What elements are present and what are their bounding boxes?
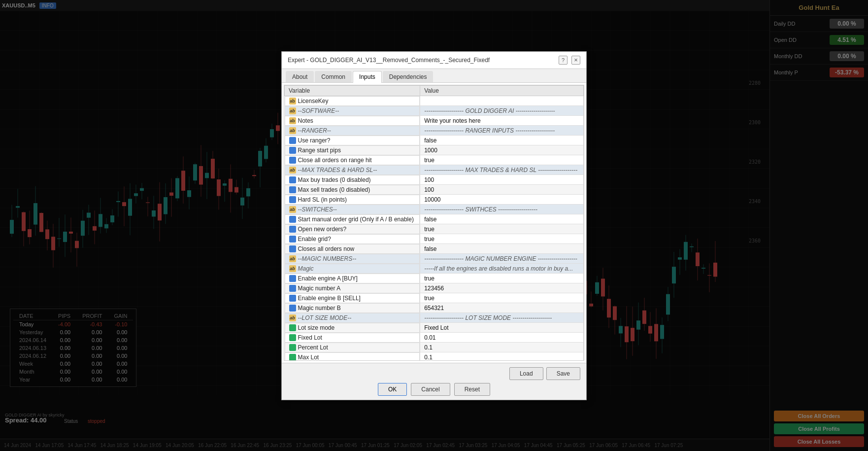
modal-footer-bottom: OK Cancel Reset (288, 383, 580, 396)
param-variable: Start manual order grid (Only if A / B e… (285, 214, 420, 224)
param-value[interactable]: Fixed Lot (420, 323, 584, 333)
modal-footer-top: Load Save (288, 367, 580, 380)
params-row[interactable]: ab --LOT SIZE MODE-- -------------------… (285, 313, 584, 323)
row-type-icon (289, 236, 296, 243)
row-type-icon (289, 295, 296, 302)
param-value[interactable]: 0.1 (420, 343, 584, 352)
ok-button[interactable]: OK (378, 383, 407, 396)
param-value[interactable]: true (420, 293, 584, 303)
params-row[interactable]: Enable grid? true (285, 234, 584, 244)
param-variable: Use ranger? (285, 136, 420, 145)
param-value[interactable]: 100 (420, 175, 584, 185)
param-value[interactable]: false (420, 244, 584, 254)
params-row[interactable]: Max buy trades (0 disabled) 100 (285, 175, 584, 185)
params-row[interactable]: ab LicenseKey (285, 96, 584, 106)
param-value[interactable]: 1000 (420, 145, 584, 155)
row-type-icon (289, 285, 296, 292)
cancel-button[interactable]: Cancel (411, 383, 450, 396)
param-variable: Closes all orders now (285, 244, 420, 254)
tab-common[interactable]: Common (315, 71, 352, 82)
modal-overlay: Expert - GOLD_DIGGER_AI_V13__Removed_Com… (0, 0, 868, 451)
params-row[interactable]: Enable engine A [BUY] true (285, 274, 584, 283)
param-variable: ab --RANGER-- (285, 126, 420, 136)
param-variable: ab --SOFTWARE-- (285, 106, 420, 116)
row-type-icon (289, 324, 296, 331)
params-row[interactable]: Enable engine B [SELL] true (285, 293, 584, 303)
param-variable: ab LicenseKey (285, 96, 420, 106)
param-value[interactable] (420, 96, 584, 106)
params-row[interactable]: ab --RANGER-- -------------------- RANGE… (285, 126, 584, 136)
param-value[interactable]: -------------------- MAX TRADES & HARD S… (420, 165, 584, 175)
param-variable: ab --MAGIC NUMBERS-- (285, 254, 420, 264)
params-row[interactable]: Max Lot 0.1 (285, 352, 584, 361)
params-row[interactable]: Max sell trades (0 disabled) 100 (285, 185, 584, 195)
param-value[interactable]: false (420, 214, 584, 224)
params-row[interactable]: ab --SOFTWARE-- -------------------- GOL… (285, 106, 584, 116)
param-variable: Fixed Lot (285, 333, 420, 343)
params-row[interactable]: Percent Lot 0.1 (285, 343, 584, 352)
tab-dependencies[interactable]: Dependencies (383, 71, 434, 82)
tab-about[interactable]: About (286, 71, 314, 82)
params-row[interactable]: ab --MAX TRADES & HARD SL-- ------------… (285, 165, 584, 175)
params-row[interactable]: Range start pips 1000 (285, 145, 584, 155)
modal-help-button[interactable]: ? (559, 56, 568, 65)
col-variable: Variable (285, 85, 420, 96)
params-row[interactable]: Closes all orders now false (285, 244, 584, 254)
param-value[interactable]: 100 (420, 185, 584, 195)
params-row[interactable]: Close all orders on range hit true (285, 155, 584, 165)
param-value[interactable]: -------------------- LOT SIZE MODE -----… (420, 313, 584, 323)
params-row[interactable]: Use ranger? false (285, 136, 584, 145)
tab-inputs[interactable]: Inputs (353, 71, 382, 83)
param-variable: Range start pips (285, 145, 420, 155)
params-row[interactable]: ab Notes Write your notes here (285, 116, 584, 126)
expert-dialog: Expert - GOLD_DIGGER_AI_V13__Removed_Com… (281, 51, 587, 400)
param-value[interactable]: 0.01 (420, 333, 584, 343)
param-variable: Max Lot (285, 352, 420, 361)
param-value[interactable]: true (420, 155, 584, 165)
params-table-wrapper[interactable]: Variable Value ab LicenseKey ab --SOFTWA… (284, 85, 584, 361)
row-type-icon: ab (289, 255, 296, 262)
params-row[interactable]: Magic number A 123456 (285, 283, 584, 293)
row-type-icon (289, 196, 296, 203)
param-value[interactable]: -------------------- RANGER INPUTS -----… (420, 126, 584, 136)
load-button[interactable]: Load (509, 367, 543, 380)
params-row[interactable]: Lot size mode Fixed Lot (285, 323, 584, 333)
param-variable: Enable engine A [BUY] (285, 274, 420, 283)
param-value[interactable]: -----If all the engines are disabled run… (420, 264, 584, 274)
param-variable: Max sell trades (0 disabled) (285, 185, 420, 195)
params-row[interactable]: Hard SL (in points) 10000 (285, 195, 584, 205)
param-value[interactable]: -------------------- GOLD DIGGER AI ----… (420, 106, 584, 116)
param-value[interactable]: 123456 (420, 283, 584, 293)
param-value[interactable]: 10000 (420, 195, 584, 205)
reset-button[interactable]: Reset (454, 383, 490, 396)
param-variable: Magic number B (285, 303, 420, 313)
row-type-icon (289, 344, 296, 351)
param-variable: ab --LOT SIZE MODE-- (285, 313, 420, 323)
modal-close-button[interactable]: × (571, 56, 580, 65)
params-row[interactable]: ab --SWITCHES-- -------------------- SWI… (285, 205, 584, 214)
params-row[interactable]: Magic number B 654321 (285, 303, 584, 313)
modal-title: Expert - GOLD_DIGGER_AI_V13__Removed_Com… (288, 57, 490, 64)
row-type-icon: ab (289, 265, 296, 272)
param-value[interactable]: true (420, 234, 584, 244)
param-value[interactable]: 654321 (420, 303, 584, 313)
row-type-icon (289, 275, 296, 282)
param-variable: Lot size mode (285, 323, 420, 333)
param-value[interactable]: Write your notes here (420, 116, 584, 126)
param-value[interactable]: 0.1 (420, 352, 584, 361)
param-value[interactable]: -------------------- SWITHCES ----------… (420, 205, 584, 214)
param-value[interactable]: true (420, 274, 584, 283)
modal-titlebar: Expert - GOLD_DIGGER_AI_V13__Removed_Com… (282, 52, 586, 69)
param-value[interactable]: false (420, 136, 584, 145)
params-row[interactable]: ab Magic -----If all the engines are dis… (285, 264, 584, 274)
save-button[interactable]: Save (546, 367, 580, 380)
param-value[interactable]: -------------------- MAGIC NUMBER ENGINE… (420, 254, 584, 264)
param-value[interactable]: true (420, 224, 584, 234)
row-type-icon: ab (289, 117, 296, 124)
params-row[interactable]: Open new orders? true (285, 224, 584, 234)
params-row[interactable]: Fixed Lot 0.01 (285, 333, 584, 343)
param-variable: Hard SL (in points) (285, 195, 420, 205)
params-row[interactable]: ab --MAGIC NUMBERS-- -------------------… (285, 254, 584, 264)
row-type-icon (289, 186, 296, 193)
params-row[interactable]: Start manual order grid (Only if A / B e… (285, 214, 584, 224)
